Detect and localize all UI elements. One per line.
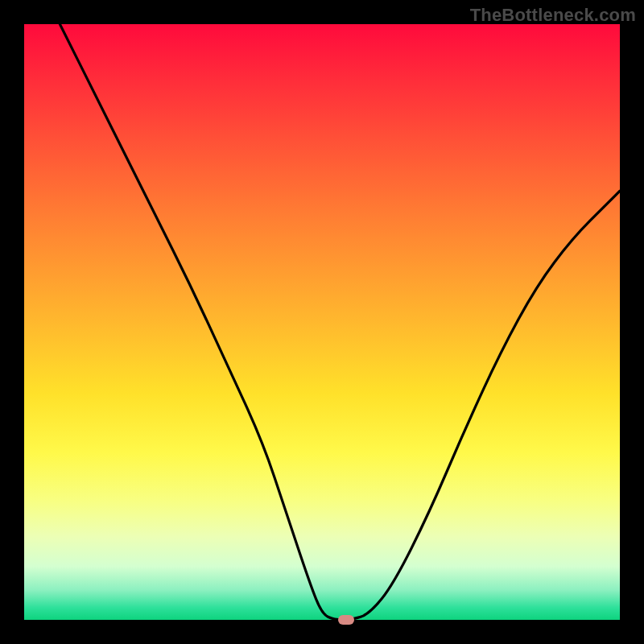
- bottleneck-curve: [24, 24, 620, 620]
- plot-area: [24, 24, 620, 620]
- chart-frame: TheBottleneck.com: [0, 0, 644, 644]
- watermark-label: TheBottleneck.com: [470, 5, 636, 26]
- minimum-marker: [338, 615, 354, 625]
